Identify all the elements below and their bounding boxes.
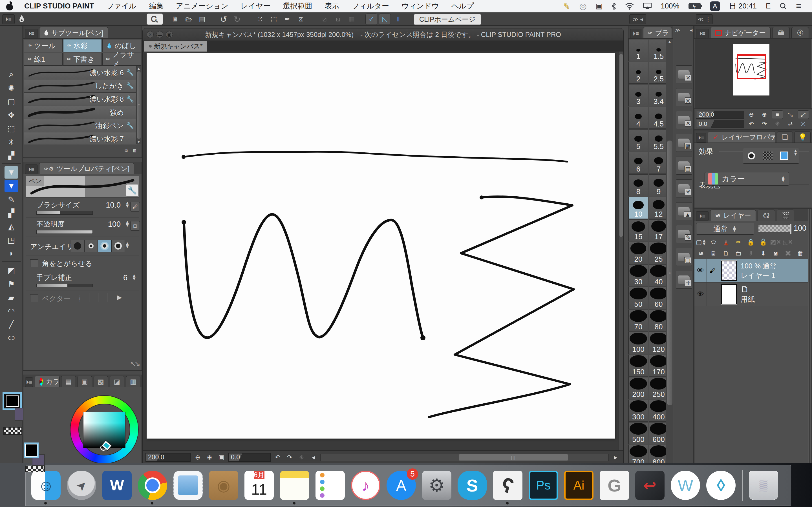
lighttable-icon[interactable]: 🗼 [720, 237, 732, 247]
invert-selection-icon[interactable]: ⬚ [268, 13, 280, 25]
menu-selection[interactable]: 選択範囲 [277, 0, 318, 12]
dock-clip-studio[interactable]: G [600, 471, 629, 500]
dock-reminders[interactable] [315, 471, 345, 500]
antialias-strong-button[interactable] [111, 240, 125, 252]
brush-size-3.4[interactable]: 3.4 [649, 84, 668, 106]
brush-size-200[interactable]: 200 [628, 377, 648, 399]
ruler-range-icon[interactable]: ◺✕ [782, 237, 794, 247]
reset-rotation-icon[interactable]: ✳ [297, 453, 306, 462]
merge-down-icon[interactable]: ⬇ [758, 248, 769, 259]
color-wheel-tab[interactable]: カラ [35, 376, 59, 387]
document-tab[interactable]: 新規キャンバス* [144, 41, 207, 52]
menu-view[interactable]: 表示 [319, 0, 345, 12]
nav-fit-to-window-icon[interactable]: ⤢ [798, 110, 809, 119]
transfer-down-icon[interactable]: ⇩ [745, 248, 756, 259]
layer2-name[interactable]: 用紙 [741, 295, 755, 303]
nav-zoom-out-icon[interactable]: ⊖ [746, 110, 757, 119]
wacom-pen-status-icon[interactable]: ✎ [559, 0, 574, 13]
fit-to-screen-icon[interactable]: ▣ [216, 453, 226, 462]
size-collapse-icon[interactable]: ⏵≡ [630, 29, 642, 38]
brush-size-7[interactable]: 7 [649, 152, 668, 174]
subtool-panel-tab[interactable]: サブツール[ペン] [39, 27, 108, 38]
brush-size-pressure-icon[interactable]: 🖉 [130, 202, 140, 212]
snap-special-ruler-off-icon[interactable]: ⧅ [332, 13, 344, 25]
brush-list-scrollbar[interactable]: ▲≡▼ [136, 66, 141, 144]
brush-item-5[interactable]: 油彩ペン🔧 [24, 119, 137, 132]
right-panels-arrows-icon[interactable]: ≪ ⋮ [696, 14, 713, 24]
blend-mode-dropdown[interactable]: 通常 ▲▼ [696, 223, 754, 235]
menu-filter[interactable]: フィルター [346, 0, 395, 12]
color-approx-tab[interactable]: ▣ [78, 376, 92, 387]
layer-row-1[interactable]: 👁 🖌 100 % 通常 レイヤー 1 [695, 259, 808, 283]
dock-skype[interactable] [458, 471, 487, 500]
menu-clock[interactable]: 日 20:41 [726, 0, 760, 12]
stabilization-slider[interactable] [36, 284, 93, 287]
brush-size-4.5[interactable]: 4.5 [649, 107, 668, 129]
brush-size-500[interactable]: 500 [628, 422, 648, 444]
menu-edit[interactable]: 編集 [143, 0, 169, 12]
clip-studio-logo-button[interactable]: Ꮹ [147, 13, 163, 25]
layer-opacity-slider[interactable] [758, 225, 791, 232]
brush-size-6[interactable]: 6 [628, 152, 648, 174]
layer2-thumbnail[interactable] [721, 284, 737, 304]
bluetooth-icon[interactable] [608, 0, 619, 12]
brush-size-scrollbar[interactable]: ▲≡▼ [666, 39, 673, 507]
menu-window[interactable]: ウィンドウ [396, 0, 445, 12]
nav-flip-horizontal-icon[interactable]: ⮂ [784, 120, 796, 128]
border-effect-icon[interactable] [744, 149, 759, 162]
snap-grid-off-icon[interactable]: ▦ [346, 13, 357, 25]
blend-tool-icon[interactable]: ◗ [4, 247, 18, 260]
panel-resize-grip-icon[interactable]: ↖↘ [130, 359, 139, 368]
brush-size-20[interactable]: 20 [628, 242, 648, 264]
snap-to-ruler-icon[interactable]: ✓ [365, 13, 377, 25]
material-effect-folder-icon[interactable]: ✳ [676, 179, 692, 198]
enable-mask-icon[interactable]: ▨✕ [770, 237, 781, 247]
nav-actual-size-icon[interactable]: ■ [772, 110, 783, 119]
item-bank-tab[interactable]: 🏔 [772, 27, 790, 38]
menu-app-name[interactable]: CLIP STUDIO PAINT [18, 0, 100, 12]
save-icon[interactable]: ▤ [196, 13, 208, 25]
dock-photoshop[interactable]: Ps [529, 471, 558, 500]
nav-fit-to-screen-icon[interactable]: ⤡ [784, 110, 796, 119]
menu-help[interactable]: ヘルプ [446, 0, 479, 12]
frame-border-tool-icon[interactable]: ⚑ [4, 278, 18, 290]
stabilization-value[interactable]: 6 [123, 274, 128, 282]
transform-icon[interactable]: ⧖ [295, 13, 307, 25]
navigator-collapse-icon[interactable]: ⏵≡ [696, 29, 709, 38]
brush-wrench-icon[interactable]: 🔧 [126, 82, 134, 90]
stabilization-stepper[interactable]: ▲▼ [132, 274, 137, 280]
material-expand-icon[interactable]: ≫ [675, 27, 680, 33]
brush-size-9[interactable]: 9 [649, 174, 668, 196]
tablet-status-icon[interactable]: ▣ [592, 0, 606, 12]
zoom-tool-icon[interactable]: ⌕ [4, 68, 18, 80]
open-file-icon[interactable]: 🗁 [183, 13, 195, 25]
delete-subtool-trash-icon[interactable]: 🗑 [133, 148, 137, 153]
dock-itunes[interactable] [351, 471, 380, 500]
brush-size-17[interactable]: 17 [649, 219, 668, 241]
dock-ink-pen-app[interactable] [706, 471, 735, 500]
layer1-name[interactable]: レイヤー 1 [741, 272, 775, 279]
line-tool-icon[interactable]: ╱ [4, 318, 18, 331]
dock-launchpad[interactable] [67, 471, 96, 500]
material-image-folder-icon[interactable]: ▲ [676, 202, 692, 220]
dock-notes[interactable] [280, 471, 309, 500]
canvas-rotate-slider[interactable]: 0.0 [229, 453, 271, 462]
operate-tool-icon[interactable]: ▢ [4, 95, 18, 108]
layer-panel-tab[interactable]: ≋ レイヤー [710, 210, 756, 221]
tool-detail-wrench-icon[interactable]: 🔧 [126, 184, 139, 196]
brush-size-40[interactable]: 40 [649, 265, 668, 286]
input-source-badge[interactable]: A [707, 0, 723, 12]
canvas-viewport[interactable] [143, 52, 623, 450]
layer-search-tab[interactable]: ❏ [777, 131, 793, 143]
lock-layer-icon[interactable]: 🔒 [745, 237, 756, 247]
opacity-stepper[interactable]: ▲▼ [125, 221, 130, 227]
brush-size-60[interactable]: 60 [649, 287, 668, 309]
brush-size-170[interactable]: 170 [649, 355, 668, 377]
brush-tool-icon[interactable]: ▞ [4, 207, 18, 219]
brush-item-4[interactable]: 強め [24, 106, 137, 119]
material-pattern-folder-icon[interactable]: ✕ [676, 65, 692, 83]
brush-size-120[interactable]: 120 [649, 332, 668, 354]
color-set-tab[interactable]: ▩ [94, 376, 108, 387]
material-3d-object-folder-icon[interactable]: ▢ [676, 248, 692, 266]
brush-size-1[interactable]: 1 [628, 39, 648, 61]
